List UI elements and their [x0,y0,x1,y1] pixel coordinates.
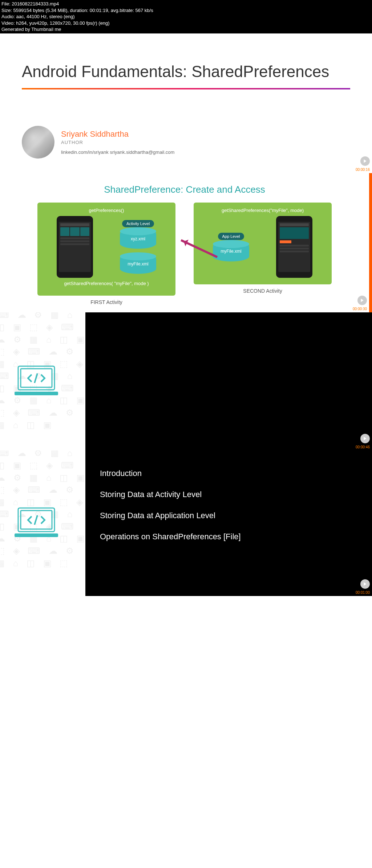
diagram: getPreferences() Activity Level xyz.xml [0,203,369,305]
file-generator: Generated by Thumbnail me [1,26,371,33]
svg-line-3 [35,373,37,383]
timestamp: 00:00:30 [353,307,367,311]
author-block: Sriyank Siddhartha AUTHOR linkedin.com/i… [22,126,350,159]
svg-rect-2 [15,392,58,395]
play-icon[interactable] [360,156,370,166]
file-video: Video: h264, yuv420p, 1280x720, 30.00 fp… [1,20,371,27]
thumbnail-1: Android Fundamentals: SharedPreferences … [0,33,372,173]
thumbnail-3: ⌨ ☁ ⚙ ▦ ⌂ ◫ ▣ ⬚ ◈ ⌨ ☁ ⚙ ▦ ⌂ ◫ ▣ ⬚ ◈ ⌨ ☁ … [0,312,372,451]
author-avatar [22,126,54,159]
laptop-code-icon [13,364,60,399]
divider-gradient [22,88,350,89]
activity-label: FIRST Activity [37,299,175,305]
level-label: Activity Level [122,220,154,227]
author-role: AUTHOR [61,140,174,145]
timestamp: 00:00:46 [356,445,370,449]
database-cylinder-icon: myFile.xml [120,254,156,274]
code-label-getpreferences: getPreferences() [45,208,168,213]
author-links: linkedin.com/in/sriyank sriyank.siddhart… [61,149,174,155]
timestamp: 00:01:00 [356,591,370,595]
file-name: File: 20160822184333.mp4 [1,1,371,7]
file-audio: Audio: aac, 44100 Hz, stereo (eng) [1,13,371,20]
code-label-getsharedpreferences: getSharedPreferences( "myFile", mode ) [45,281,168,286]
thumbnail-4: ⌨ ☁ ⚙ ▦ ⌂ ◫ ▣ ⬚ ◈ ⌨ ☁ ⚙ ▦ ⌂ ◫ ▣ ⬚ ◈ ⌨ ☁ … [0,451,372,596]
database-cylinder-icon: xyz.xml [120,229,156,249]
toc-item: Operations on SharedPreferences [File] [100,532,357,541]
phone-mockup-icon [57,216,93,278]
toc-content: Introduction Storing Data at Activity Le… [85,451,372,596]
course-title: Android Fundamentals: SharedPreferences [22,63,350,81]
svg-rect-6 [15,533,58,537]
database-cylinder-icon: myFile.xml [213,241,249,261]
file-size-duration: Size: 5599154 bytes (5.34 MiB), duration… [1,7,371,14]
toc-item: Introduction [100,469,357,478]
first-activity-group: getPreferences() Activity Level xyz.xml [37,203,175,305]
slide-title: SharedPreference: Create and Access [0,184,369,195]
toc-item: Storing Data at Application Level [100,511,357,520]
laptop-code-icon [13,506,60,540]
level-label: App Level [218,233,244,240]
author-name: Sriyank Siddhartha [61,129,174,139]
svg-line-7 [35,515,37,525]
pattern-sidebar: ⌨ ☁ ⚙ ▦ ⌂ ◫ ▣ ⬚ ◈ ⌨ ☁ ⚙ ▦ ⌂ ◫ ▣ ⬚ ◈ ⌨ ☁ … [0,451,85,596]
play-icon[interactable] [360,434,370,443]
pattern-sidebar: ⌨ ☁ ⚙ ▦ ⌂ ◫ ▣ ⬚ ◈ ⌨ ☁ ⚙ ▦ ⌂ ◫ ▣ ⬚ ◈ ⌨ ☁ … [0,312,85,451]
toc-item: Storing Data at Activity Level [100,490,357,499]
second-activity-group: getSharedPreferences("myFile", mode) App… [194,203,332,305]
file-metadata-header: File: 20160822184333.mp4 Size: 5599154 b… [0,0,372,33]
timestamp: 00:00:16 [356,168,370,172]
phone-mockup-icon [276,216,312,278]
code-label-getsharedpreferences: getSharedPreferences("myFile", mode) [201,208,324,213]
thumbnail-2: SharedPreference: Create and Access getP… [0,173,372,312]
activity-label: SECOND Activity [194,288,332,294]
